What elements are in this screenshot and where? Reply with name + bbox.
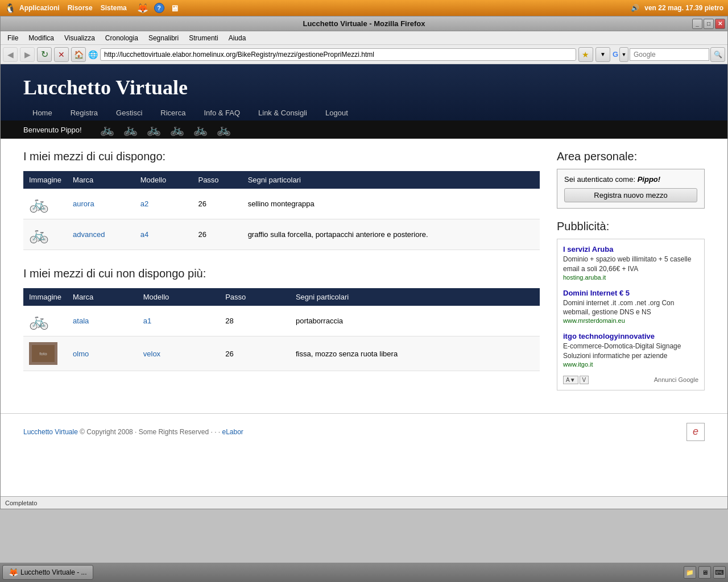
modello-link-3[interactable]: a1 xyxy=(143,317,151,325)
menu-cronologia[interactable]: Cronologia xyxy=(101,33,143,43)
url-icon: 🌐 xyxy=(88,50,98,59)
section1-title: I miei mezzi di cui dispongo: xyxy=(23,150,540,163)
bookmark-star[interactable]: ★ xyxy=(578,47,593,62)
menu-segnalibri[interactable]: Segnalibri xyxy=(144,33,183,43)
table-available: Immagine Marca Modello Passo Segni parti… xyxy=(23,171,540,250)
ad-item-2: Domini Internet € 5 Domini internet .it … xyxy=(563,289,698,325)
footer-site-link[interactable]: Lucchetto Virtuale xyxy=(23,428,78,436)
minimize-button[interactable]: _ xyxy=(692,19,702,29)
nav-gestisci[interactable]: Gestisci xyxy=(107,105,151,120)
status-bar: Completato xyxy=(1,496,727,509)
back-button[interactable]: ◀ xyxy=(3,47,18,62)
menu-visualizza[interactable]: Visualizza xyxy=(60,33,100,43)
nav-bike-icons: 🚲 🚲 🚲 🚲 🚲 🚲 xyxy=(100,123,231,136)
bike-icon-2: 🚲 xyxy=(123,123,138,136)
marca-3: atala xyxy=(67,306,138,336)
bike-photo-placeholder: foto xyxy=(29,342,57,365)
menu-file[interactable]: File xyxy=(3,33,23,43)
nav-infofaq[interactable]: Info & FAQ xyxy=(195,105,249,120)
menu-modifica[interactable]: Modifica xyxy=(24,33,59,43)
os-menu-apps[interactable]: Applicazioni xyxy=(19,4,60,12)
forward-button[interactable]: ▶ xyxy=(20,47,35,62)
volume-icon: 🔊 xyxy=(631,4,639,12)
nav-logout[interactable]: Logout xyxy=(316,105,357,120)
marca-link-2[interactable]: advanced xyxy=(73,230,105,239)
col-immagine-1: Immagine xyxy=(23,171,67,189)
footer-logo: e xyxy=(686,423,705,441)
browser-title: Lucchetto Virtuale - Mozilla Firefox xyxy=(303,19,425,28)
passo-4: 26 xyxy=(220,336,290,371)
bike-icon-1: 🚲 xyxy=(100,123,114,136)
auth-username: Pippo! xyxy=(638,175,660,184)
bike-icon-3: 🚲 xyxy=(147,123,161,136)
bike-img-2: 🚲 xyxy=(23,219,67,250)
ad-link-3[interactable]: itgo technologyinnovative xyxy=(563,332,655,340)
os-menu-sistema[interactable]: Sistema xyxy=(101,4,127,12)
footer-elab-link[interactable]: eLabor xyxy=(222,428,243,436)
modello-link-4[interactable]: velox xyxy=(143,350,160,358)
os-topbar: 🐧 Applicazioni Risorse Sistema 🦊 ? 🖥 🔊 v… xyxy=(0,0,728,16)
table-row: 🚲 advanced a4 26 graffio sulla forcella,… xyxy=(23,219,540,250)
search-engine-dropdown[interactable]: ▼ xyxy=(619,47,628,62)
os-menu-risorse[interactable]: Risorse xyxy=(68,4,93,12)
ad-link-1[interactable]: I servizi Aruba xyxy=(563,245,613,253)
bike-icon-4: 🚲 xyxy=(170,123,184,136)
marca-4: olmo xyxy=(67,336,138,371)
os-logo: 🐧 xyxy=(5,3,16,14)
nav-home[interactable]: Home xyxy=(23,105,61,120)
site-nav: Home Registra Gestisci Ricerca Info & FA… xyxy=(23,105,705,120)
bike-icon-5: 🚲 xyxy=(193,123,208,136)
menu-aiuda[interactable]: Aiuda xyxy=(224,33,251,43)
ad-desc-2: Domini internet .it .com .net .org Con w… xyxy=(563,298,698,318)
modello-link-1[interactable]: a2 xyxy=(140,199,148,208)
ad-badge-a: A▼ xyxy=(563,376,578,384)
table1-header-row: Immagine Marca Modello Passo Segni parti… xyxy=(23,171,540,189)
segni-1: sellino montegrappa xyxy=(242,189,540,219)
bike-icon-row2: 🚲 xyxy=(29,226,49,243)
marca-link-4[interactable]: olmo xyxy=(73,350,89,358)
area-personale-title: Area personale: xyxy=(557,150,705,163)
ad-item-1: I servizi Aruba Dominio + spazio web ill… xyxy=(563,245,698,281)
nav-ricerca[interactable]: Ricerca xyxy=(151,105,195,120)
stop-button[interactable]: ✕ xyxy=(54,47,69,62)
col-segni-1: Segni particolari xyxy=(242,171,540,189)
maximize-button[interactable]: □ xyxy=(704,19,714,29)
site-title: Lucchetto Virtuale xyxy=(23,76,705,105)
ad-item-3: itgo technologyinnovative E-commerce-Dom… xyxy=(563,332,698,368)
marca-link-1[interactable]: aurora xyxy=(73,199,94,208)
section2-title: I miei mezzi di cui non dispongo più: xyxy=(23,267,540,280)
ad-url-1: hosting.aruba.it xyxy=(563,274,698,281)
pub-title: Pubblicità: xyxy=(557,220,705,233)
window-controls: _ □ ✕ xyxy=(692,19,725,29)
marca-2: advanced xyxy=(67,219,135,250)
ad-box: I servizi Aruba Dominio + spazio web ill… xyxy=(557,239,705,390)
ad-link-2[interactable]: Domini Internet € 5 xyxy=(563,289,630,297)
sidebar: Area personale: Sei autenticato come: Pi… xyxy=(557,150,705,390)
segni-3: portaborraccia xyxy=(290,306,540,336)
search-button[interactable]: 🔍 xyxy=(710,47,725,62)
menu-strumenti[interactable]: Strumenti xyxy=(184,33,222,43)
search-input[interactable] xyxy=(630,48,709,61)
nav-link[interactable]: Link & Consigli xyxy=(249,105,316,120)
svg-text:foto: foto xyxy=(39,351,47,356)
register-new-bike-button[interactable]: Registra nuovo mezzo xyxy=(564,188,697,202)
home-button[interactable]: 🏠 xyxy=(71,47,86,62)
marca-1: aurora xyxy=(67,189,135,219)
bike-icon-6: 🚲 xyxy=(217,123,231,136)
bookmark-arrow[interactable]: ▼ xyxy=(595,47,610,62)
marca-link-3[interactable]: atala xyxy=(73,317,89,325)
bike-img-1: 🚲 xyxy=(23,189,67,219)
os-datetime: ven 22 mag. 17.39 pietro xyxy=(644,4,723,12)
ad-desc-3: E-commerce-Domotica-Digital Signage Solu… xyxy=(563,342,698,361)
auth-box: Sei autenticato come: Pippo! Registra nu… xyxy=(557,169,705,209)
col-passo-1: Passo xyxy=(192,171,242,189)
main-content: I miei mezzi di cui dispongo: Immagine M… xyxy=(1,139,727,402)
nav-registra[interactable]: Registra xyxy=(61,105,107,120)
terminal-icon: 🖥 xyxy=(170,3,179,13)
modello-link-2[interactable]: a4 xyxy=(140,230,148,239)
bike-icon-row1: 🚲 xyxy=(29,195,49,213)
footer-copyright: © Copyright 2008 · Some Rights Reserved … xyxy=(80,428,220,436)
reload-button[interactable]: ↻ xyxy=(37,47,52,62)
url-input[interactable] xyxy=(100,48,576,61)
close-button[interactable]: ✕ xyxy=(715,19,725,29)
